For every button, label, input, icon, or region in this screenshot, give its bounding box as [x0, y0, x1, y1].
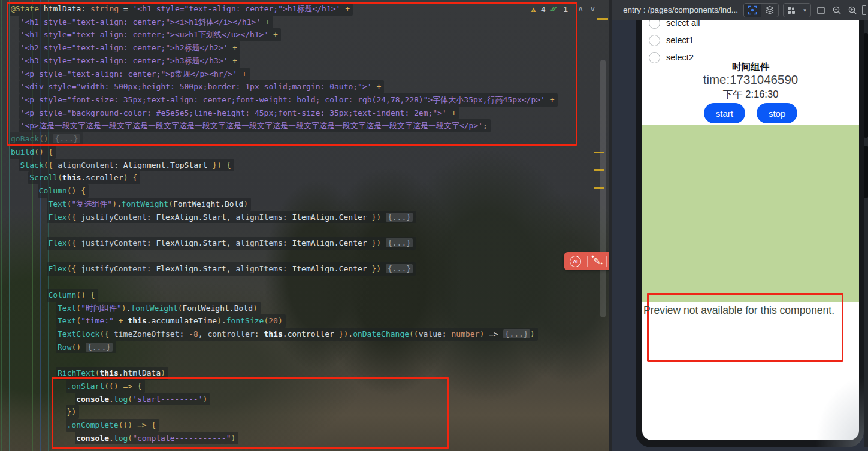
inspector-mode-button[interactable] [744, 4, 761, 17]
code-token: ) [161, 368, 165, 377]
ok-count[interactable]: 1 [563, 5, 568, 14]
code-line[interactable]: Column() { [0, 289, 609, 302]
code-token: value: [419, 329, 452, 338]
radio-button[interactable] [649, 35, 660, 46]
code-token: alignItems: [235, 238, 292, 247]
code-token: ) [243, 199, 248, 208]
code-token: ({ [44, 161, 58, 169]
code-token: ) [253, 304, 258, 313]
code-token: , [226, 238, 236, 247]
folded-region[interactable]: {...} [386, 238, 413, 247]
code-token: FontWeight.Bold [173, 199, 243, 208]
code-token: ( [76, 304, 81, 313]
scrollbar-warning-mark[interactable] [594, 187, 604, 189]
code-line[interactable]: Scroll(this.scroller) { [0, 171, 609, 184]
code-token: () [71, 343, 85, 352]
scrollbar-warning-mark[interactable] [597, 18, 608, 20]
layers-mode-button[interactable] [761, 4, 778, 17]
code-token: () { [67, 186, 86, 195]
code-line[interactable]: Text("复选组件").fontWeight(FontWeight.Bold) [0, 198, 609, 211]
code-line[interactable]: Flex({ justifyContent: FlexAlign.Start, … [0, 262, 609, 276]
radio-row[interactable]: select1 [642, 31, 694, 49]
code-token: }) [367, 238, 386, 247]
code-token: timeZoneOffset: [114, 329, 189, 338]
code-line[interactable]: Text("时间组件").fontWeight(FontWeight.Bold) [0, 302, 609, 315]
code-token: ) [122, 304, 126, 313]
code-token: FlexAlign.Start [156, 213, 226, 222]
code-line[interactable]: Stack({ alignContent: Alignment.TopStart… [0, 159, 609, 172]
code-token: => [489, 329, 503, 338]
code-token: Flex [48, 238, 66, 247]
code-line[interactable]: TextClock({ timeZoneOffset: -8, controll… [0, 328, 609, 341]
code-line[interactable]: Flex({ justifyContent: FlexAlign.Start, … [0, 237, 609, 250]
component-grid-group: ▼ [783, 3, 811, 17]
annotation-box-htmldata [7, 2, 577, 146]
previewer-toolbar: entry : /pages/components/ind... ▼ [612, 0, 868, 20]
folded-region[interactable]: {...} [386, 213, 413, 222]
code-token: Flex [48, 213, 66, 222]
code-token: ) [530, 329, 535, 338]
code-line[interactable]: Column() { [0, 184, 609, 198]
code-line[interactable]: Row() {...} [0, 341, 609, 354]
zoom-in-button[interactable] [846, 4, 858, 16]
preview-scrollbar-thumb[interactable] [864, 33, 868, 138]
radio-row[interactable]: select all [642, 20, 700, 32]
code-token: ( [168, 199, 173, 208]
clock-value: 下午 2:16:30 [642, 88, 859, 101]
folded-region[interactable]: {...} [386, 264, 413, 273]
code-token: . [117, 199, 122, 208]
components-grid-button[interactable] [784, 4, 799, 17]
preview-unavailable-notice: Preview not available for this component… [643, 302, 835, 319]
time-widget-title: 时间组件 [642, 61, 859, 74]
code-token: ({ [99, 329, 113, 338]
code-token: "时间组件" [81, 304, 122, 313]
code-token: ItemAlign.Center [292, 264, 367, 273]
start-button[interactable]: start [704, 103, 745, 123]
code-editor[interactable]: @State htmlData: string = '<h1 style="te… [0, 0, 609, 451]
ai-edit-icon[interactable]: ✎✦✦ [594, 256, 601, 266]
code-token: .scroller [81, 173, 123, 182]
grid-dropdown-caret-icon[interactable]: ▼ [799, 4, 810, 17]
folded-region[interactable]: {...} [503, 329, 530, 338]
code-token: alignContent: [58, 161, 123, 169]
code-token: ({ [67, 213, 81, 222]
clipped-toolbar-icon[interactable] [862, 5, 866, 15]
zoom-out-button[interactable] [831, 4, 842, 16]
code-line[interactable] [0, 353, 609, 367]
next-issue-arrow-icon[interactable]: ∨ [589, 4, 595, 13]
folded-region[interactable]: {...} [86, 343, 113, 352]
prev-issue-arrow-icon[interactable]: ∧ [577, 4, 583, 13]
code-token: "复选组件" [72, 199, 113, 208]
code-line[interactable] [0, 276, 609, 289]
ide-window: @State htmlData: string = '<h1 style="te… [0, 0, 868, 451]
code-token: . [222, 316, 226, 325]
radio-button[interactable] [649, 20, 660, 29]
ai-floating-toolbar[interactable]: AI ✎✦✦ [564, 252, 609, 270]
code-token: , [226, 213, 236, 222]
code-line[interactable]: Flex({ justifyContent: FlexAlign.Start, … [0, 211, 609, 224]
preview-scrollbar-thumb[interactable] [864, 146, 868, 198]
code-token: , [226, 264, 236, 273]
code-token: }) { [208, 161, 231, 169]
stop-button[interactable]: stop [757, 103, 797, 123]
code-token: + [114, 316, 128, 325]
frame-select-button[interactable] [815, 4, 827, 16]
code-token: FlexAlign.Start [156, 238, 226, 247]
inspection-widget[interactable]: ▲! 4 ✓✓ 1 [530, 5, 568, 14]
preview-page-title: entry : /pages/components/ind... [623, 5, 738, 14]
code-line[interactable]: build() { [0, 146, 609, 159]
code-token: ( [76, 316, 81, 325]
annotation-box-richtext [52, 377, 449, 449]
code-token: build [11, 147, 34, 156]
scrollbar-warning-mark[interactable] [594, 152, 604, 153]
code-token: alignItems: [235, 264, 292, 273]
scrollbar-warning-mark[interactable] [594, 169, 604, 171]
warning-count[interactable]: 4 [541, 5, 546, 14]
code-token: ItemAlign.Center [292, 213, 367, 222]
code-line[interactable] [0, 250, 609, 263]
ai-assistant-icon[interactable]: AI [570, 256, 581, 267]
preview-scrollbar[interactable] [864, 20, 868, 447]
code-line[interactable]: Text("time:" + this.accumulateTime).font… [0, 314, 609, 328]
inspection-nav[interactable]: ∧ ∨ [577, 4, 596, 13]
code-line[interactable] [0, 223, 609, 237]
